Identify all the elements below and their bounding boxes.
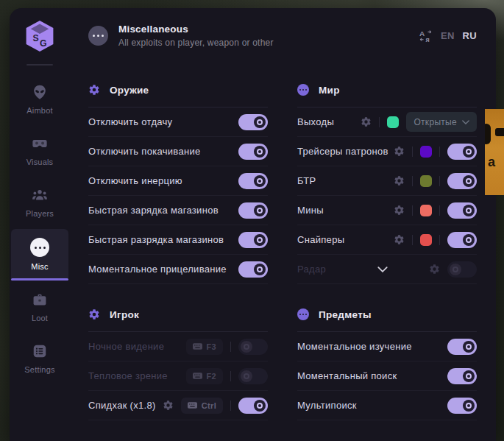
feature-label: Выходы <box>297 116 334 127</box>
feature-row: Моментальное прицеливание <box>88 255 268 284</box>
toggle-switch[interactable] <box>238 173 268 189</box>
color-swatch[interactable] <box>420 205 432 216</box>
toggle-switch[interactable] <box>447 202 477 219</box>
sidebar-item-visuals[interactable]: Visuals <box>11 126 68 174</box>
toggle-switch[interactable] <box>238 261 268 278</box>
section-world-header: Мир <box>297 82 477 98</box>
alien-icon <box>31 83 49 101</box>
ellipsis-icon <box>297 308 309 320</box>
feature-label: Быстрая разрядка магазинов <box>88 234 224 245</box>
lang-ru-button[interactable]: RU <box>463 30 477 41</box>
divider <box>379 117 380 127</box>
app-logo-icon: S G <box>24 20 55 52</box>
toggle-switch[interactable] <box>447 144 477 160</box>
feature-row: Отключить отдачу <box>88 107 268 137</box>
feature-row: БТР <box>297 166 477 196</box>
exits-dropdown[interactable]: Открытые <box>406 112 477 132</box>
toggle-switch[interactable] <box>238 202 268 219</box>
settings-list-icon <box>31 342 49 360</box>
toggle-switch[interactable] <box>238 114 268 130</box>
artifact-mark <box>495 128 504 136</box>
toggle-switch[interactable] <box>447 173 477 189</box>
feature-row: Тепловое зрение F2 <box>88 361 268 391</box>
feature-label: Моментальный поиск <box>297 370 397 381</box>
divider <box>412 235 413 245</box>
divider <box>412 205 413 216</box>
color-swatch[interactable] <box>420 234 432 246</box>
left-column: Оружие Отключить отдачу Отключить покачи… <box>88 67 268 420</box>
toggle-switch[interactable] <box>238 339 268 355</box>
feature-label: Моментальное изучение <box>297 341 412 352</box>
hotkey-badge[interactable]: F2 <box>186 368 223 384</box>
lang-en-button[interactable]: EN <box>441 30 455 41</box>
feature-label: Снайперы <box>297 234 344 245</box>
feature-label: Ночное видение <box>88 341 164 352</box>
toggle-switch[interactable] <box>238 232 268 248</box>
feature-row: Трейсеры патронов <box>297 137 477 166</box>
toggle-switch[interactable] <box>447 339 477 355</box>
toggle-switch[interactable] <box>447 232 477 248</box>
color-swatch[interactable] <box>420 146 432 158</box>
gear-icon[interactable] <box>361 116 372 127</box>
gear-icon[interactable] <box>163 400 174 411</box>
artifact-glyph: а <box>488 155 495 170</box>
sidebar-item-players[interactable]: Players <box>11 177 68 225</box>
feature-label: Отключить покачивание <box>88 146 201 157</box>
gear-icon <box>88 308 100 320</box>
feature-label: Отключить отдачу <box>88 116 172 127</box>
toggle-switch[interactable] <box>238 144 268 160</box>
feature-row: Быстрая разрядка магазинов <box>88 225 268 255</box>
sidebar-item-misc[interactable]: Misc <box>11 229 68 278</box>
gear-icon[interactable] <box>429 264 440 275</box>
gear-icon[interactable] <box>394 175 405 186</box>
feature-label: Радар <box>297 264 326 275</box>
ellipsis-icon <box>30 238 49 257</box>
divider <box>439 205 440 216</box>
sidebar: S G Aimbot Visuals <box>10 8 70 441</box>
sidebar-item-label: Settings <box>24 365 54 374</box>
svg-text:A: A <box>419 29 425 37</box>
feature-row: Спидхак (x1.8) Ctrl <box>88 391 268 420</box>
chevron-down-icon <box>462 120 469 124</box>
sidebar-item-aimbot[interactable]: Aimbot <box>11 74 68 122</box>
section-title: Предметы <box>319 309 372 320</box>
translate-icon: A я <box>419 29 433 43</box>
hotkey-badge[interactable]: F3 <box>186 339 223 355</box>
feature-row: Мультипоиск <box>297 391 477 420</box>
gear-icon[interactable] <box>394 234 405 245</box>
toggle-switch[interactable] <box>238 398 268 414</box>
toggle-switch[interactable] <box>238 368 268 384</box>
feature-label: Трейсеры патронов <box>297 146 388 157</box>
divider <box>412 176 413 186</box>
divider <box>439 147 440 157</box>
color-swatch[interactable] <box>420 175 432 187</box>
chevron-down-icon[interactable] <box>377 267 388 272</box>
toggle-switch[interactable] <box>447 398 477 414</box>
page-header: Miscellaneous All exploits on player, we… <box>70 8 496 63</box>
section-weapon-header: Оружие <box>88 82 268 98</box>
hotkey-badge[interactable]: Ctrl <box>181 398 223 414</box>
players-icon <box>31 186 49 204</box>
svg-text:S: S <box>32 33 38 43</box>
ellipsis-icon <box>88 26 108 46</box>
sidebar-item-loot[interactable]: Loot <box>11 282 68 330</box>
sidebar-item-label: Players <box>26 209 54 218</box>
feature-label: БТР <box>297 175 316 186</box>
feature-row: Моментальный поиск <box>297 361 477 391</box>
color-swatch[interactable] <box>387 116 399 128</box>
toggle-switch[interactable] <box>447 261 477 278</box>
divider <box>439 235 440 245</box>
feature-label: Отключить инерцию <box>88 175 182 186</box>
gear-icon[interactable] <box>394 146 405 157</box>
briefcase-icon <box>31 291 49 308</box>
section-title: Мир <box>319 85 340 96</box>
toggle-switch[interactable] <box>447 368 477 384</box>
vr-goggles-icon <box>31 135 49 152</box>
feature-row: Ночное видение F3 <box>88 332 268 361</box>
sidebar-item-settings[interactable]: Settings <box>11 334 68 381</box>
feature-label: Тепловое зрение <box>88 370 168 381</box>
svg-text:G: G <box>40 38 47 49</box>
section-title: Оружие <box>110 85 149 96</box>
gear-icon[interactable] <box>394 205 405 216</box>
divider <box>230 371 231 381</box>
